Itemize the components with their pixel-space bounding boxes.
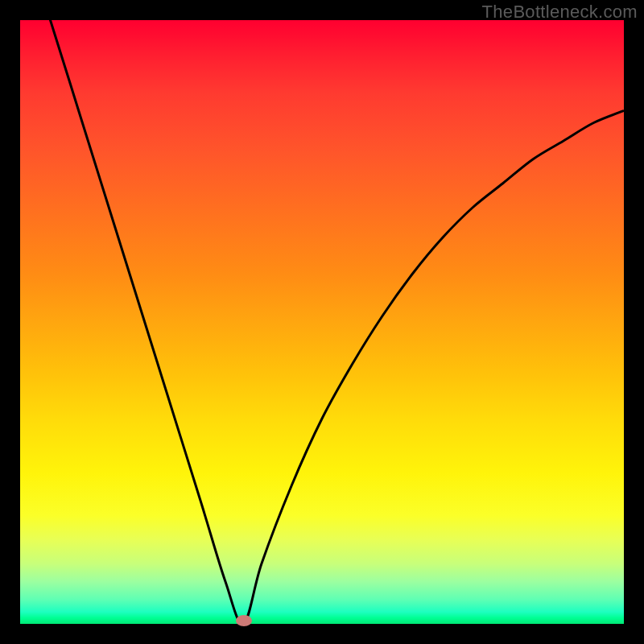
watermark-text: TheBottleneck.com [482, 2, 638, 23]
curve-line [20, 20, 624, 624]
chart-plot-area [20, 20, 624, 624]
bottleneck-curve [20, 20, 624, 624]
minimum-marker [236, 615, 252, 626]
